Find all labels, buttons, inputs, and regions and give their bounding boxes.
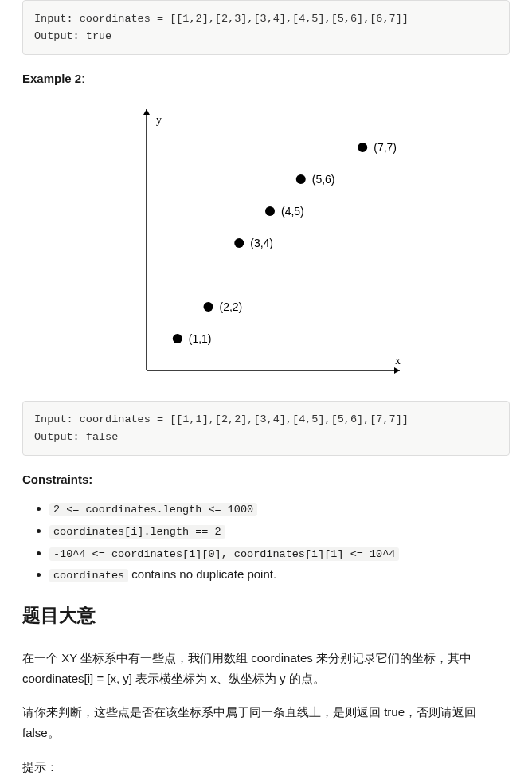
svg-text:x: x [395,355,401,367]
scatter-chart: xy(1,1)(2,2)(3,4)(4,5)(5,6)(7,7) [22,100,510,386]
constraints-label: Constraints: [22,470,510,489]
constraints-list: 2 <= coordinates.length <= 1000 coordina… [22,499,510,584]
svg-point-10 [234,238,244,248]
scatter-svg: xy(1,1)(2,2)(3,4)(4,5)(5,6)(7,7) [123,100,409,386]
svg-text:(4,5): (4,5) [281,205,304,218]
constraint-code: -10^4 <= coordinates[i][0], coordinates[… [49,547,399,561]
svg-text:(1,1): (1,1) [189,332,212,345]
svg-point-8 [204,302,213,312]
svg-marker-3 [143,109,150,115]
constraint-code: coordinates[i].length == 2 [49,525,225,539]
svg-marker-1 [394,367,400,374]
example2-label: Example 2: [22,69,510,88]
cn-para1: 在一个 XY 坐标系中有一些点，我们用数组 coordinates 来分别记录它… [22,648,510,690]
cn-hint-label: 提示： [22,757,510,778]
svg-text:(5,6): (5,6) [312,173,335,186]
constraint-item: 2 <= coordinates.length <= 1000 [49,499,510,519]
svg-text:(2,2): (2,2) [220,300,243,313]
constraint-code: coordinates [49,569,128,582]
svg-text:(7,7): (7,7) [374,141,397,154]
constraint-code: 2 <= coordinates.length <= 1000 [49,503,257,516]
example2-label-text: Example 2 [22,72,81,85]
cn-para2: 请你来判断，这些点是否在该坐标系中属于同一条直线上，是则返回 true，否则请返… [22,702,510,744]
example1-code: Input: coordinates = [[1,2],[2,3],[3,4],… [22,0,510,55]
cn-heading: 题目大意 [22,601,510,630]
constraint-text: contains no duplicate point. [128,567,276,581]
svg-point-12 [265,206,275,216]
svg-point-6 [173,334,182,343]
svg-point-14 [296,174,306,184]
constraint-item: coordinates[i].length == 2 [49,521,510,541]
svg-point-16 [358,143,367,152]
svg-text:(3,4): (3,4) [250,237,273,249]
svg-text:y: y [156,114,162,126]
example2-colon: : [81,72,84,85]
constraint-item: coordinates contains no duplicate point. [49,565,510,585]
constraint-item: -10^4 <= coordinates[i][0], coordinates[… [49,543,510,563]
example2-code: Input: coordinates = [[1,1],[2,2],[3,4],… [22,401,510,456]
